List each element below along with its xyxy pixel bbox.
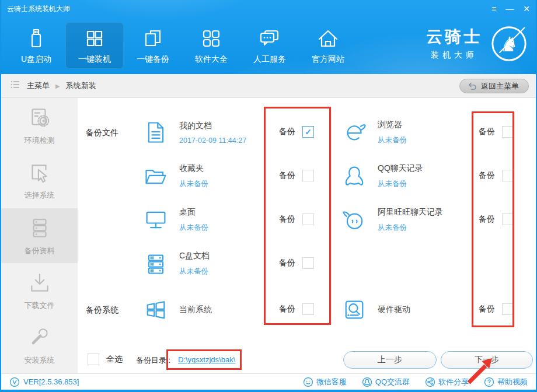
customer-service-icon bbox=[258, 27, 281, 50]
window-title: 云骑士系统装机大师 bbox=[7, 4, 70, 14]
list-item-desktop: 桌面从未备份 bbox=[143, 204, 208, 236]
list-item-my-documents: 我的文档2017-02-09 11:44:27 bbox=[143, 116, 246, 149]
desktop-icon bbox=[143, 207, 169, 233]
backup-directory-link[interactable]: D:\yqsxtzjds\bak\ bbox=[178, 355, 235, 364]
usb-drive-icon bbox=[25, 27, 48, 50]
next-step-button[interactable]: 下一步 bbox=[441, 351, 533, 369]
checkbox[interactable] bbox=[502, 214, 514, 225]
list-item-c-drive-docs: C盘文档从未备份 bbox=[143, 247, 210, 280]
windows-logo-icon bbox=[143, 297, 169, 323]
checkbox[interactable] bbox=[302, 257, 314, 269]
sidebar-item-label: 环境检测 bbox=[25, 135, 55, 146]
checkbox[interactable] bbox=[502, 170, 514, 181]
hard-drive-icon bbox=[341, 297, 367, 323]
sidebar-item-install-system[interactable]: 安装系统 bbox=[1, 318, 78, 373]
document-icon bbox=[143, 120, 169, 145]
brand-logo: 云骑士 装机大师 ♞ bbox=[426, 23, 529, 63]
nav-item-usb-boot[interactable]: U盘启动 bbox=[7, 22, 65, 69]
backup-checkbox-desktop[interactable]: 备份 bbox=[279, 214, 314, 225]
sidebar: 环境检测 选择系统 备份资料 下载文件 bbox=[1, 98, 78, 373]
breadcrumb-current: 系统新装 bbox=[66, 80, 96, 91]
nav-label: 一键备份 bbox=[137, 54, 169, 65]
checkbox[interactable] bbox=[302, 214, 314, 225]
checkbox[interactable] bbox=[302, 170, 314, 181]
backup-checkbox-current-system[interactable]: 备份 bbox=[279, 303, 314, 315]
app-window: 云骑士系统装机大师 ≡ — ✕ U盘启动 一键装机 bbox=[0, 0, 537, 392]
list-item-browser: 浏览器从未备份 bbox=[341, 116, 407, 149]
backup-checkbox-hardware-drivers[interactable]: 备份 bbox=[479, 303, 514, 315]
sidebar-item-backup-data[interactable]: 备份资料 bbox=[1, 208, 78, 263]
software-share-link[interactable]: 软件分享 bbox=[425, 377, 469, 387]
qq-group-link[interactable]: QQ交流群 bbox=[362, 377, 410, 387]
menu-icon[interactable]: ≡ bbox=[491, 5, 496, 13]
backup-checkbox-browser[interactable]: 备份 bbox=[479, 126, 514, 138]
wechat-support-link[interactable]: 微信客服 bbox=[303, 377, 347, 387]
version-icon bbox=[9, 377, 20, 387]
nav-label: 官方网站 bbox=[312, 54, 344, 65]
software-collection-icon bbox=[200, 27, 223, 50]
install-system-icon bbox=[27, 326, 52, 350]
logo-text-line2: 装机大师 bbox=[426, 50, 482, 61]
help-video-icon bbox=[484, 377, 494, 387]
nav-item-software-collection[interactable]: 软件大全 bbox=[182, 22, 240, 69]
qq-group-icon bbox=[362, 377, 372, 387]
back-arrow-icon bbox=[467, 80, 477, 92]
svg-text:♞: ♞ bbox=[500, 33, 518, 55]
one-key-backup-icon bbox=[141, 27, 165, 50]
sidebar-item-label: 下载文件 bbox=[25, 300, 55, 311]
help-video-link[interactable]: 帮助视频 bbox=[484, 377, 528, 387]
version-text: VER[2.5.36.853] bbox=[23, 377, 79, 386]
list-item-qq-chat: QQ聊天记录从未备份 bbox=[341, 160, 423, 192]
back-to-main-menu-button[interactable]: 返回主菜单 bbox=[459, 79, 529, 93]
download-files-icon bbox=[27, 271, 52, 295]
one-key-install-icon bbox=[83, 27, 106, 50]
wechat-icon bbox=[303, 377, 313, 387]
version-info: VER[2.5.36.853] bbox=[9, 377, 79, 387]
c-drive-icon bbox=[143, 251, 169, 276]
checkbox[interactable] bbox=[502, 126, 514, 138]
sidebar-item-label: 备份资料 bbox=[25, 246, 55, 256]
nav-label: 人工服务 bbox=[253, 54, 286, 65]
backup-checkbox-c-drive-docs[interactable]: 备份 bbox=[279, 257, 314, 269]
logo-text-line1: 云骑士 bbox=[426, 26, 482, 48]
sidebar-item-environment-check[interactable]: 环境检测 bbox=[1, 98, 78, 153]
list-icon bbox=[9, 79, 21, 93]
sidebar-item-label: 选择系统 bbox=[25, 190, 55, 201]
nav-label: 一键装机 bbox=[78, 54, 111, 65]
nav-item-one-key-backup[interactable]: 一键备份 bbox=[124, 22, 182, 69]
sidebar-item-label: 安装系统 bbox=[25, 355, 55, 366]
header: 云骑士系统装机大师 ≡ — ✕ U盘启动 一键装机 bbox=[1, 0, 536, 74]
select-all-checkbox[interactable] bbox=[88, 354, 99, 365]
nav-item-official-website[interactable]: 官方网站 bbox=[299, 22, 357, 69]
folder-icon bbox=[143, 163, 169, 189]
group-label-backup-files: 备份文件 bbox=[86, 128, 118, 138]
select-all-control[interactable]: 全选 bbox=[88, 354, 123, 365]
backup-checkbox-qq-chat[interactable]: 备份 bbox=[479, 170, 514, 181]
sidebar-item-select-system[interactable]: 选择系统 bbox=[1, 153, 78, 208]
backup-directory-label: 备份目录 : bbox=[136, 355, 170, 366]
minimize-icon[interactable]: — bbox=[505, 5, 514, 13]
nav-item-customer-service[interactable]: 人工服务 bbox=[240, 22, 299, 69]
list-item-hardware-drivers: 硬件驱动 bbox=[341, 293, 410, 326]
backup-panel: 备份文件 备份系统 我的文档2017-02-09 11:44:27 收藏夹从未备… bbox=[78, 98, 536, 373]
chevron-right-icon: ▶ bbox=[55, 83, 60, 89]
backup-checkbox-aliwangwang[interactable]: 备份 bbox=[479, 214, 514, 225]
knight-emblem-icon: ♞ bbox=[489, 23, 529, 63]
checkbox[interactable] bbox=[502, 303, 514, 315]
sidebar-item-download-files[interactable]: 下载文件 bbox=[1, 263, 78, 318]
ie-browser-icon bbox=[341, 120, 367, 145]
checkbox[interactable] bbox=[302, 303, 314, 315]
backup-data-icon bbox=[27, 216, 52, 240]
nav-item-one-key-install[interactable]: 一键装机 bbox=[65, 22, 124, 69]
nav-label: U盘启动 bbox=[21, 54, 51, 65]
backup-checkbox-favorites[interactable]: 备份 bbox=[279, 170, 314, 181]
select-system-icon bbox=[27, 160, 52, 185]
titlebar: 云骑士系统装机大师 ≡ — ✕ bbox=[1, 0, 536, 18]
aliwangwang-icon bbox=[341, 207, 367, 233]
close-icon[interactable]: ✕ bbox=[523, 5, 530, 13]
breadcrumb-root[interactable]: 主菜单 bbox=[27, 80, 50, 91]
checkbox[interactable] bbox=[302, 126, 314, 138]
previous-step-button[interactable]: 上一步 bbox=[343, 351, 437, 369]
share-icon bbox=[425, 377, 435, 387]
backup-checkbox-my-documents[interactable]: 备份 bbox=[279, 126, 314, 138]
